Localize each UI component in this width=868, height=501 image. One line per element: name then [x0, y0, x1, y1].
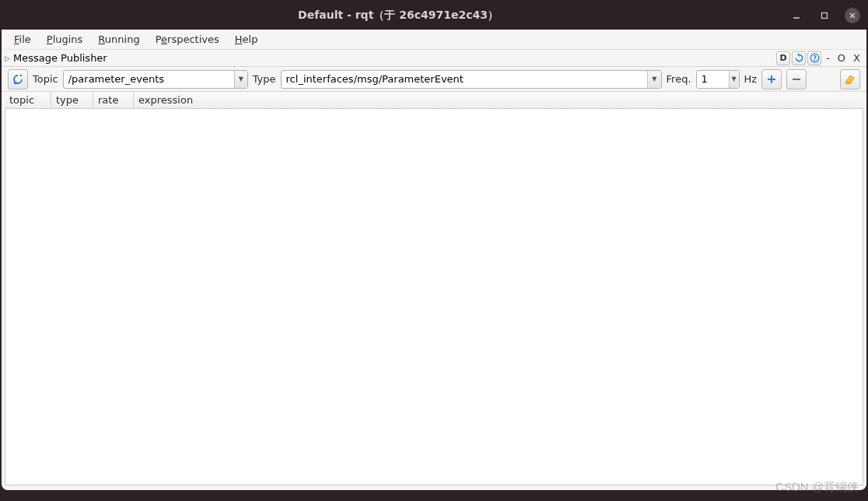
table-body[interactable] [5, 109, 863, 485]
menu-perspectives[interactable]: Perspectives [149, 31, 226, 47]
topic-label: Topic [33, 73, 58, 85]
type-combo[interactable]: ▼ [281, 70, 662, 89]
topic-input[interactable] [64, 71, 234, 88]
freq-combo[interactable]: ▼ [696, 70, 740, 89]
menu-help[interactable]: Help [229, 31, 264, 47]
table-header: topic type rate expression [5, 92, 863, 109]
column-type[interactable]: type [51, 92, 93, 108]
plugin-float[interactable]: O [835, 52, 849, 64]
type-input[interactable] [282, 71, 648, 88]
menu-plugins[interactable]: Plugins [40, 31, 89, 47]
plugin-close[interactable]: X [850, 52, 863, 64]
svg-rect-1 [822, 13, 828, 19]
menu-file[interactable]: File [8, 31, 37, 47]
minimize-button[interactable] [789, 8, 804, 23]
window-title: Default - rqt（于 26c4971e2c43） [8, 9, 789, 23]
plugin-minimize[interactable]: - [823, 52, 833, 64]
refresh-topics-button[interactable] [8, 69, 28, 89]
column-rate[interactable]: rate [93, 92, 134, 108]
dock-button[interactable]: D [776, 51, 790, 65]
type-label: Type [253, 73, 276, 85]
add-button[interactable] [761, 69, 782, 89]
menu-running[interactable]: Running [92, 31, 145, 47]
svg-text:?: ? [813, 54, 817, 62]
maximize-button[interactable] [817, 8, 832, 23]
plugin-title: Message Publisher [13, 52, 107, 64]
clear-button[interactable] [840, 69, 860, 89]
reload-icon[interactable] [792, 51, 806, 65]
column-expression[interactable]: expression [134, 92, 863, 108]
freq-input[interactable] [697, 71, 729, 88]
help-icon[interactable]: ? [807, 51, 821, 65]
type-dropdown-icon[interactable]: ▼ [647, 71, 660, 88]
column-topic[interactable]: topic [5, 92, 51, 108]
topic-dropdown-icon[interactable]: ▼ [234, 71, 247, 88]
expand-icon[interactable]: ▷ [5, 54, 10, 62]
menubar: File Plugins Running Perspectives Help [2, 30, 866, 50]
freq-label: Freq. [667, 73, 691, 85]
close-button[interactable] [845, 8, 860, 23]
freq-dropdown-icon[interactable]: ▼ [729, 71, 739, 88]
topic-combo[interactable]: ▼ [63, 70, 248, 89]
remove-button[interactable] [786, 69, 807, 89]
hz-label: Hz [744, 73, 758, 85]
